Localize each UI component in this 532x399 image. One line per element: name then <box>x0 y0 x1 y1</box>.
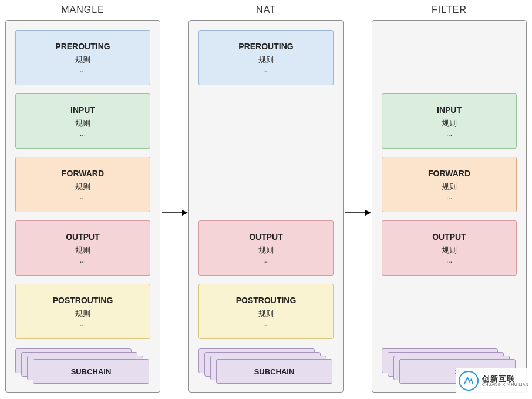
table-title-filter: FILTER <box>432 5 467 15</box>
chain-name: FORWARD <box>428 169 470 178</box>
subchain-stack: SUBCHAIN <box>15 348 150 386</box>
chain-name: POSTROUTING <box>236 296 297 305</box>
chain-rule-label: 规则 <box>258 309 274 319</box>
arrow-nat-to-filter <box>344 5 371 381</box>
chain-forward: FORWARD 规则 ... <box>382 157 517 212</box>
chain-dots: ... <box>446 130 452 137</box>
chain-dots: ... <box>80 257 86 264</box>
chain-postrouting: POSTROUTING 规则 ... <box>198 284 334 339</box>
chain-name: FORWARD <box>62 169 104 178</box>
chain-name: OUTPUT <box>66 232 100 242</box>
table-title-mangle: MANGLE <box>61 5 105 15</box>
watermark-text: 创新互联 CHUANG XIN HU LIAN <box>482 375 528 387</box>
subchain-stack: SUBCHAIN <box>198 348 334 386</box>
table-title-nat: NAT <box>256 5 276 15</box>
svg-marker-1 <box>182 210 188 216</box>
chain-prerouting: PREROUTING 规则 ... <box>15 30 150 85</box>
chain-dots: ... <box>263 66 269 73</box>
chain-input: INPUT 规则 ... <box>382 93 517 149</box>
chain-dots: ... <box>80 320 86 327</box>
table-mangle: MANGLE PREROUTING 规则 ... INPUT 规则 ... FO… <box>5 5 161 393</box>
arrow-mangle-to-nat <box>161 5 188 381</box>
chain-name: OUTPUT <box>432 232 466 242</box>
chain-postrouting: POSTROUTING 规则 ... <box>15 284 150 339</box>
arrow-icon <box>344 207 371 219</box>
table-nat: NAT PREROUTING 规则 ... OUTPUT 规则 ... POST… <box>188 5 344 393</box>
arrow-icon <box>161 207 188 219</box>
chain-rule-label: 规则 <box>258 55 274 65</box>
watermark-pinyin: CHUANG XIN HU LIAN <box>482 383 528 387</box>
chain-rule-label: 规则 <box>442 182 457 192</box>
chain-rule-label: 规则 <box>75 309 90 319</box>
chain-name: INPUT <box>70 105 95 115</box>
subchain-card: SUBCHAIN <box>216 359 332 384</box>
chain-rule-label: 规则 <box>442 118 457 129</box>
chain-rule-label: 规则 <box>75 182 90 192</box>
subchain-card: SUBCHAIN <box>33 359 149 384</box>
chain-forward: FORWARD 规则 ... <box>15 157 150 212</box>
iptables-tables-diagram: MANGLE PREROUTING 规则 ... INPUT 规则 ... FO… <box>0 0 532 393</box>
chain-output: OUTPUT 规则 ... <box>198 220 334 276</box>
chain-rule-label: 规则 <box>75 55 90 65</box>
chain-name: PREROUTING <box>55 42 110 51</box>
chain-dots: ... <box>263 257 269 264</box>
chain-dots: ... <box>80 130 86 137</box>
chain-name: OUTPUT <box>249 232 283 242</box>
chain-rule-label: 规则 <box>258 245 274 256</box>
watermark: 创新互联 CHUANG XIN HU LIAN <box>456 368 532 393</box>
chain-output: OUTPUT 规则 ... <box>382 220 517 276</box>
subchain-label: SUBCHAIN <box>254 367 295 376</box>
table-box-mangle: PREROUTING 规则 ... INPUT 规则 ... FORWARD 规… <box>5 20 160 393</box>
svg-marker-3 <box>365 210 371 216</box>
table-box-filter: INPUT 规则 ... FORWARD 规则 ... OUTPUT 规则 ..… <box>372 20 527 393</box>
table-box-nat: PREROUTING 规则 ... OUTPUT 规则 ... POSTROUT… <box>188 20 344 393</box>
chain-dots: ... <box>263 320 269 327</box>
chain-rule-label: 规则 <box>75 245 90 256</box>
watermark-cn: 创新互联 <box>482 375 528 383</box>
chain-output: OUTPUT 规则 ... <box>15 220 150 276</box>
chain-rule-label: 规则 <box>442 245 457 256</box>
chain-name: INPUT <box>437 105 462 115</box>
chain-rule-label: 规则 <box>75 118 90 129</box>
chain-dots: ... <box>80 66 86 73</box>
chain-input: INPUT 规则 ... <box>15 93 150 149</box>
chain-name: PREROUTING <box>238 42 293 51</box>
chain-prerouting: PREROUTING 规则 ... <box>198 30 334 85</box>
chain-name: POSTROUTING <box>53 296 113 305</box>
chain-dots: ... <box>446 193 452 200</box>
chain-dots: ... <box>446 257 452 264</box>
chain-dots: ... <box>80 193 86 200</box>
subchain-label: SUBCHAIN <box>71 367 112 376</box>
watermark-logo-icon <box>459 371 479 391</box>
table-filter: FILTER INPUT 规则 ... FORWARD 规则 ... OUTPU… <box>371 5 527 393</box>
